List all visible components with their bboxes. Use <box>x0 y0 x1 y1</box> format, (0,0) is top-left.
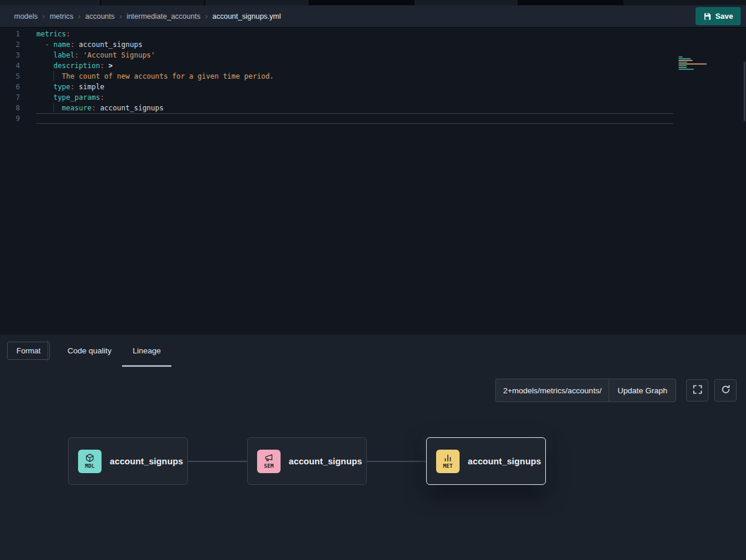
line-number: 5 <box>0 71 20 82</box>
code-line[interactable]: 4 description: > <box>0 60 746 71</box>
node-label: account_signups <box>110 456 183 466</box>
minimap-line <box>679 65 687 66</box>
minimap-line <box>679 58 691 59</box>
tab-lineage[interactable]: Lineage <box>122 335 171 367</box>
lineage-selector-group: Update Graph <box>495 379 676 402</box>
code-line[interactable]: 6 type: simple <box>0 82 746 92</box>
format-button[interactable]: Format <box>7 342 50 360</box>
code-text: - name: account_signups <box>36 39 143 50</box>
code-text: metrics: <box>36 29 70 39</box>
breadcrumb-chevron-icon: › <box>205 12 207 21</box>
lineage-node-met[interactable]: METaccount_signups <box>426 437 546 485</box>
breadcrumb-bar: models›metrics›accounts›intermediate_acc… <box>0 5 746 28</box>
top-tab[interactable] <box>414 0 518 5</box>
bar-chart-icon: MET <box>436 450 460 473</box>
breadcrumb-chevron-icon: › <box>42 12 45 21</box>
breadcrumb-item[interactable]: models <box>14 12 38 21</box>
breadcrumb: models›metrics›accounts›intermediate_acc… <box>14 12 281 21</box>
lineage-node-mdl[interactable]: MDLaccount_signups <box>68 437 188 485</box>
code-text: type_params: <box>36 92 104 103</box>
cube-icon: MDL <box>78 450 102 473</box>
breadcrumb-chevron-icon: › <box>78 12 80 21</box>
code-text: label: 'Account Signups' <box>36 50 155 60</box>
node-label: account_signups <box>289 456 362 466</box>
bottom-panel: Format Code qualityLineage Update Graph <box>0 335 746 560</box>
line-number: 4 <box>0 60 20 71</box>
save-icon <box>703 12 711 21</box>
minimap-line <box>679 69 694 70</box>
breadcrumb-item[interactable]: accounts <box>85 12 114 21</box>
breadcrumb-item[interactable]: account_signups.yml <box>212 12 281 21</box>
minimap[interactable] <box>679 56 711 70</box>
minimap-line <box>679 56 683 58</box>
refresh-icon <box>721 384 731 396</box>
refresh-button[interactable] <box>714 379 737 402</box>
megaphone-icon: SEM <box>257 450 281 473</box>
breadcrumb-item[interactable]: metrics <box>50 12 73 21</box>
save-label: Save <box>715 12 733 21</box>
top-tab[interactable] <box>623 0 746 5</box>
tab-code-quality[interactable]: Code quality <box>57 335 122 367</box>
panel-tabs: Code qualityLineage <box>57 335 171 367</box>
code-line[interactable]: 1metrics: <box>0 29 746 39</box>
update-graph-button[interactable]: Update Graph <box>609 379 676 402</box>
node-label: account_signups <box>468 456 541 466</box>
node-type-badge: MDL <box>85 463 94 469</box>
code-line[interactable]: 9 <box>0 113 746 124</box>
save-button[interactable]: Save <box>696 7 741 25</box>
code-line[interactable]: 8 measure: account_signups <box>0 103 746 113</box>
line-number: 2 <box>0 39 20 50</box>
code-line[interactable]: 7 type_params: <box>0 92 746 103</box>
line-number: 7 <box>0 92 20 103</box>
code-text: The count of new accounts for a given ti… <box>36 71 274 82</box>
minimap-line <box>679 67 687 68</box>
minimap-line <box>679 60 693 61</box>
breadcrumb-chevron-icon: › <box>119 12 121 21</box>
code-text: type: simple <box>36 82 104 92</box>
panel-header: Format Code qualityLineage <box>0 335 746 367</box>
node-type-badge: MET <box>443 463 453 469</box>
line-number: 8 <box>0 103 20 113</box>
lineage-selector-input[interactable] <box>495 379 609 402</box>
code-line[interactable]: 2 - name: account_signups <box>0 39 746 50</box>
line-number: 6 <box>0 82 20 92</box>
node-type-badge: SEM <box>264 463 274 469</box>
app-window: models›metrics›accounts›intermediate_acc… <box>0 0 746 560</box>
editor-scrollbar[interactable] <box>744 62 745 122</box>
line-number: 1 <box>0 29 20 39</box>
line-number: 3 <box>0 50 20 60</box>
code-lines: 1metrics:2 - name: account_signups3 labe… <box>0 29 746 124</box>
divider <box>48 340 48 361</box>
breadcrumb-item[interactable]: intermediate_accounts <box>127 12 201 21</box>
minimap-line <box>679 63 707 65</box>
fullscreen-button[interactable] <box>686 379 708 402</box>
code-line[interactable]: 5 The count of new accounts for a given … <box>0 71 746 82</box>
code-text <box>36 113 673 124</box>
lineage-node-sem[interactable]: SEMaccount_signups <box>247 437 367 485</box>
top-tab[interactable] <box>205 0 309 5</box>
top-tab[interactable] <box>519 0 622 5</box>
lineage-canvas[interactable]: Update Graph MDLaccount_si <box>0 367 746 560</box>
minimap-line <box>679 62 687 63</box>
code-line[interactable]: 3 label: 'Account Signups' <box>0 50 746 60</box>
top-tab[interactable] <box>310 0 413 5</box>
line-number: 9 <box>0 113 20 124</box>
lineage-edge <box>188 461 247 462</box>
top-tab[interactable] <box>101 0 204 5</box>
code-text: measure: account_signups <box>36 103 164 113</box>
lineage-edge <box>367 461 426 462</box>
editor-tab-strip <box>0 0 746 5</box>
code-editor[interactable]: 1metrics:2 - name: account_signups3 labe… <box>0 28 746 335</box>
code-text: description: > <box>36 60 113 71</box>
top-tab[interactable] <box>0 0 100 5</box>
fullscreen-icon <box>693 384 703 396</box>
